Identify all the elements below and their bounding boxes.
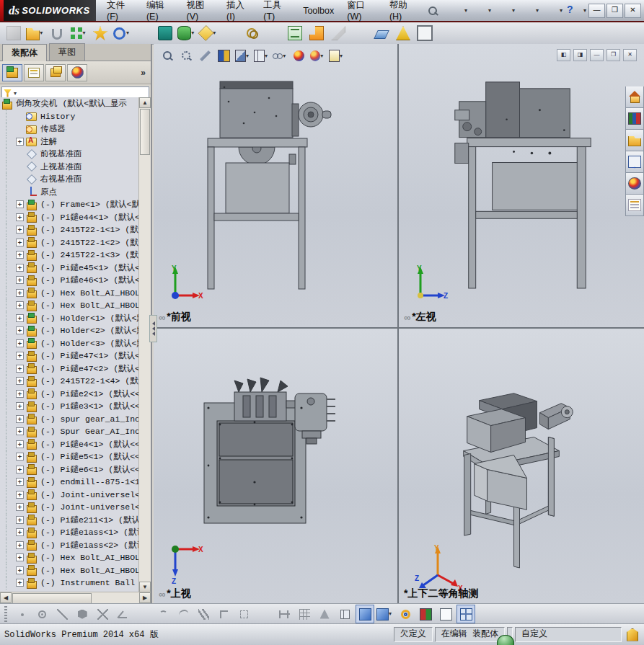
new-document-icon[interactable] bbox=[447, 3, 463, 19]
expander-icon[interactable] bbox=[16, 213, 24, 221]
new-motion-study-button[interactable]: ▾ bbox=[242, 23, 262, 43]
show-hidden-components-button[interactable]: ▾ bbox=[155, 23, 175, 43]
open-document-icon[interactable] bbox=[471, 3, 487, 19]
restore-button[interactable]: ❐ bbox=[606, 4, 623, 18]
expander-icon[interactable] bbox=[16, 478, 24, 486]
open-part-button[interactable]: ▾ bbox=[25, 23, 45, 43]
document-tab[interactable]: 装配体 bbox=[2, 44, 47, 61]
scroll-up-arrow[interactable]: ▲ bbox=[139, 97, 151, 108]
tree-item[interactable]: (-) Holder<2> (默认<默认 bbox=[0, 324, 138, 337]
polygon-tool-icon[interactable]: ▾ bbox=[73, 605, 92, 623]
point-tool-icon[interactable]: ▾ bbox=[12, 605, 31, 623]
dropdown-caret-icon[interactable]: ▾ bbox=[83, 26, 88, 40]
tree-item[interactable]: (-) Spur Gear_AI_Inch - bbox=[0, 425, 138, 438]
minimize-button[interactable]: — bbox=[588, 4, 605, 18]
expander-icon[interactable] bbox=[16, 440, 24, 448]
scroll-left-arrow[interactable]: ◀ bbox=[0, 592, 12, 603]
expander-icon[interactable] bbox=[16, 503, 24, 511]
undo-icon[interactable] bbox=[542, 3, 558, 19]
expander-icon[interactable] bbox=[16, 415, 24, 423]
interference-detection-icon[interactable]: ▾ bbox=[416, 605, 435, 623]
expander-icon[interactable] bbox=[16, 390, 24, 398]
line-tool-icon[interactable]: ▾ bbox=[53, 605, 71, 623]
tree-item[interactable]: (-) Hex Bolt_AI_HBOLT 0 bbox=[0, 299, 138, 312]
dropdown-caret-icon[interactable]: ▾ bbox=[265, 49, 269, 63]
menu-item[interactable]: 窗口(W) bbox=[340, 0, 383, 25]
tree-item[interactable]: History bbox=[0, 110, 138, 123]
expander-icon[interactable] bbox=[16, 314, 24, 322]
sketch-chamfer-icon[interactable]: ▾ bbox=[113, 605, 132, 623]
tree-item[interactable]: (-) Hex Bolt_AI_HBOLT 0 bbox=[0, 551, 138, 564]
propertymanager-tab[interactable] bbox=[24, 64, 44, 81]
expander-icon[interactable] bbox=[16, 553, 24, 561]
tree-item[interactable]: (-) Pi鑓e211<1> (默认<< bbox=[0, 514, 138, 527]
tree-item[interactable]: (-) Pi鑓e44<1> (默认<<默 bbox=[0, 211, 138, 224]
configurationmanager-tab[interactable] bbox=[45, 64, 66, 81]
wireframe-display-icon[interactable]: ▾ bbox=[335, 605, 354, 623]
dropdown-caret-icon[interactable]: ▾ bbox=[560, 4, 565, 18]
move-component-button[interactable]: ▾ bbox=[112, 23, 132, 43]
expander-icon[interactable] bbox=[16, 377, 24, 385]
viewport-front[interactable]: ▾ ▾ ▾ ▾ ▾ bbox=[154, 44, 397, 327]
tree-horizontal-scrollbar[interactable]: ◀ ▶ bbox=[0, 592, 151, 604]
expander-icon[interactable] bbox=[16, 566, 24, 574]
scroll-thumb[interactable] bbox=[140, 109, 150, 155]
expander-icon[interactable] bbox=[16, 491, 24, 499]
tree-item[interactable]: (-) Pi鑓e46<1> (默认<<默 bbox=[0, 274, 138, 287]
edit-appearance-icon[interactable]: ▾ bbox=[309, 48, 326, 64]
tree-item[interactable]: (-) spur gear_ai_Inch - bbox=[0, 413, 138, 426]
dock-right-icon[interactable]: ◨ bbox=[573, 49, 587, 61]
parallel-relation-icon[interactable]: ▾ bbox=[194, 605, 213, 623]
dropdown-caret-icon[interactable]: ▾ bbox=[40, 26, 45, 40]
expander-icon[interactable] bbox=[16, 427, 24, 435]
dropdown-caret-icon[interactable]: ▾ bbox=[464, 4, 469, 18]
expander-icon[interactable] bbox=[16, 528, 24, 536]
expander-icon[interactable] bbox=[16, 365, 24, 373]
expander-icon[interactable] bbox=[16, 251, 24, 259]
expander-icon[interactable] bbox=[16, 339, 24, 347]
bill-of-materials-button[interactable]: ▾ bbox=[285, 23, 305, 43]
appearances-scenes-tab[interactable] bbox=[625, 173, 644, 195]
print-icon[interactable] bbox=[519, 3, 534, 19]
save-icon[interactable] bbox=[495, 3, 511, 19]
expander-icon[interactable] bbox=[16, 289, 24, 297]
section-view-icon[interactable]: ▾ bbox=[234, 48, 251, 64]
close-button[interactable]: ✕ bbox=[625, 4, 641, 18]
shaded-display-icon[interactable]: ▾ bbox=[356, 605, 374, 623]
linear-component-pattern-button[interactable]: ▾ bbox=[69, 23, 89, 43]
document-tab[interactable]: 草图 bbox=[49, 43, 85, 61]
instant3d-button[interactable]: ▾ bbox=[371, 23, 392, 43]
scroll-down-arrow[interactable]: ▼ bbox=[139, 582, 151, 592]
tree-vertical-scrollbar[interactable]: ▲ ▼ bbox=[138, 97, 151, 592]
design-library-tab[interactable] bbox=[625, 108, 644, 130]
separator[interactable]: ▾ bbox=[220, 23, 240, 43]
large-assembly-mode-button[interactable]: ▾ bbox=[393, 23, 413, 43]
file-explorer-tab[interactable] bbox=[625, 130, 644, 151]
mate-button[interactable]: ▾ bbox=[47, 23, 67, 43]
dropdown-caret-icon[interactable]: ▾ bbox=[340, 49, 344, 63]
tree-item[interactable]: (-) Pi鑓e47<2> (默认<<默 bbox=[0, 362, 138, 375]
menu-item[interactable]: 工具(T) bbox=[257, 0, 296, 25]
tree-item[interactable]: 右视基准面 bbox=[0, 173, 138, 186]
expand-panel-chevron[interactable]: » bbox=[141, 68, 149, 78]
help-icon[interactable] bbox=[566, 3, 582, 19]
tree-item[interactable]: (-) Pi鑓e2<1> (默认<<默 bbox=[0, 388, 138, 401]
separator[interactable]: ▾ bbox=[255, 605, 273, 623]
assembly-features-button[interactable]: ▾ bbox=[177, 23, 197, 43]
scroll-thumb[interactable] bbox=[12, 593, 92, 604]
separator[interactable]: ▾ bbox=[350, 23, 370, 43]
search-icon[interactable] bbox=[426, 4, 438, 17]
separator[interactable]: ▾ bbox=[133, 23, 154, 43]
section-display-icon[interactable]: ▾ bbox=[436, 605, 455, 623]
tree-item[interactable]: (-) Pi鑓e1ass<2> (默认< bbox=[0, 539, 138, 552]
viewport-left-view[interactable]: ◧◨—❐✕ Y Z ∞ *左视 bbox=[399, 44, 644, 327]
tree-item[interactable]: (-) Pi鑓e6<1> (默认<<默 bbox=[0, 463, 138, 476]
spline-tool-icon[interactable]: ▾ bbox=[174, 605, 193, 623]
tree-item[interactable]: 注解 bbox=[0, 135, 138, 148]
custom-status-cell[interactable]: 自定义 bbox=[515, 627, 622, 642]
menu-item[interactable]: Toolbox bbox=[296, 3, 340, 19]
expander-icon[interactable] bbox=[16, 466, 24, 473]
expander-icon[interactable] bbox=[16, 226, 24, 233]
tree-root-item[interactable]: 倒角攻尖机 (默认<默认_显示 bbox=[0, 97, 138, 110]
restore-viewport-icon[interactable]: ❐ bbox=[606, 49, 620, 61]
